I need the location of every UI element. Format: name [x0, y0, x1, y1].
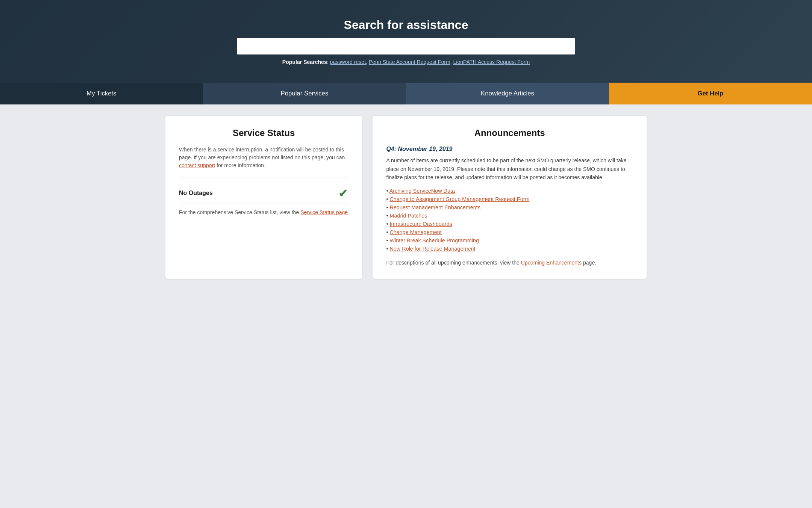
list-item: Winter Break Schedule Programming — [386, 237, 633, 243]
tab-get-help[interactable]: Get Help — [609, 83, 812, 104]
popular-link-psu-account[interactable]: Penn State Account Request Form — [369, 59, 450, 65]
nav-tabs: My Tickets Popular Services Knowledge Ar… — [0, 83, 812, 104]
link-infrastructure[interactable]: Infrastructure Dashboards — [389, 221, 452, 227]
tab-my-tickets[interactable]: My Tickets — [0, 83, 203, 104]
search-input[interactable] — [237, 38, 575, 54]
service-status-page-link[interactable]: Service Status page — [300, 209, 348, 215]
service-status-title: Service Status — [179, 128, 348, 138]
hero-section: Search for assistance Popular Searches: … — [0, 0, 812, 83]
divider — [179, 177, 348, 177]
announcements-card: Announcements Q4: November 19, 2019 A nu… — [373, 116, 647, 279]
link-winter-break[interactable]: Winter Break Schedule Programming — [389, 237, 479, 243]
service-status-footer: For the comprehensive Service Status lis… — [179, 209, 348, 215]
list-item: Change Management — [386, 229, 633, 235]
list-item: Infrastructure Dashboards — [386, 221, 633, 227]
link-madrid-patches[interactable]: Madrid Patches — [389, 213, 427, 219]
announcement-body: A number of items are currently schedule… — [386, 156, 633, 182]
popular-link-lionpath[interactable]: LionPATH Access Request Form — [453, 59, 530, 65]
list-item: Archiving ServiceNow Data — [386, 188, 633, 194]
no-outages-label: No Outages — [179, 190, 213, 197]
tab-knowledge-articles[interactable]: Knowledge Articles — [406, 83, 609, 104]
service-status-card: Service Status When there is a service i… — [165, 116, 362, 279]
hero-content: Search for assistance Popular Searches: … — [0, 18, 812, 65]
popular-label: Popular Searches — [282, 59, 327, 65]
upcoming-enhancements-link[interactable]: Upcoming Enhancements — [521, 260, 582, 266]
announcement-links-list: Archiving ServiceNow Data Change to Assi… — [386, 188, 633, 252]
link-new-role[interactable]: New Role for Release Management — [389, 246, 475, 252]
link-request-management[interactable]: Request Management Enhancements — [389, 204, 480, 210]
tab-popular-services[interactable]: Popular Services — [203, 83, 406, 104]
announcements-title: Announcements — [386, 128, 633, 138]
list-item: Request Management Enhancements — [386, 204, 633, 210]
announcement-footer: For descriptions of all upcoming enhance… — [386, 259, 633, 267]
list-item: Change to Assignment Group Management Re… — [386, 196, 633, 202]
list-item: New Role for Release Management — [386, 246, 633, 252]
checkmark-icon: ✔ — [338, 187, 348, 199]
main-content: Service Status When there is a service i… — [143, 104, 669, 290]
popular-searches: Popular Searches: password reset, Penn S… — [8, 59, 804, 65]
hero-title: Search for assistance — [8, 18, 804, 32]
popular-link-password-reset[interactable]: password reset — [330, 59, 366, 65]
outage-row: No Outages ✔ — [179, 183, 348, 204]
announcement-date: Q4: November 19, 2019 — [386, 146, 633, 153]
service-status-description: When there is a service interruption, a … — [179, 146, 348, 169]
link-change-management[interactable]: Change Management — [389, 229, 441, 235]
link-archiving[interactable]: Archiving ServiceNow Data — [389, 188, 455, 194]
contact-support-link[interactable]: contact support — [179, 162, 215, 168]
list-item: Madrid Patches — [386, 213, 633, 219]
link-assignment-group[interactable]: Change to Assignment Group Management Re… — [389, 196, 529, 202]
